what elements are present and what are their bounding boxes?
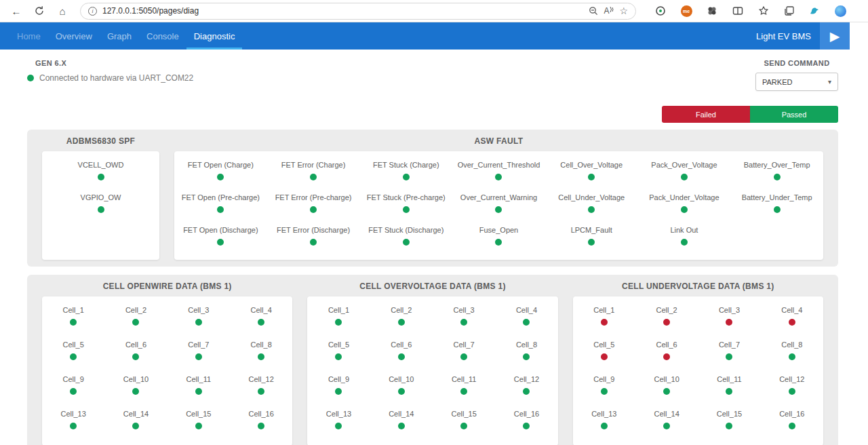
indicator-label: Cell_4 [251, 306, 272, 314]
profile-me-badge[interactable]: me [681, 5, 692, 17]
tab-overview[interactable]: Overview [48, 22, 100, 50]
indicator-label: FET Open (Pre-charge) [182, 193, 260, 201]
passed-dot [217, 206, 224, 213]
refresh-icon[interactable] [30, 2, 49, 20]
status-indicator: Cell_10 [370, 371, 433, 406]
status-indicator: Cell_12 [230, 371, 292, 406]
app-logo[interactable]: ▶ [820, 22, 850, 50]
status-indicator: Cell_5 [307, 336, 370, 371]
passed-dot [217, 174, 224, 180]
passed-dot [70, 353, 77, 360]
passed-dot [258, 423, 264, 429]
tab-console[interactable]: Console [139, 22, 186, 50]
status-indicator: Cell_12 [761, 371, 823, 406]
url-text[interactable]: 127.0.0.1:5050/pages/diag [102, 6, 583, 16]
tab-diagnostic[interactable]: Diagnostic [186, 22, 243, 50]
read-aloud-icon[interactable]: A [604, 6, 614, 16]
indicator-label: Cell_16 [779, 410, 804, 418]
passed-dot [588, 239, 595, 246]
tab-home[interactable]: Home [9, 22, 48, 50]
status-indicator: Cell_3 [433, 302, 495, 336]
status-indicator: Pack_Under_Voltage [638, 189, 731, 222]
status-indicator: Cell_7 [167, 336, 230, 371]
copilot-icon[interactable] [835, 5, 846, 17]
passed-dot [310, 174, 317, 180]
status-indicator: Cell_13 [42, 406, 104, 440]
status-indicator: Cell_11 [698, 371, 760, 406]
indicator-label: FET Stuck (Pre-charge) [367, 193, 446, 201]
zoom-out-icon[interactable] [589, 6, 598, 16]
favorites-icon[interactable] [758, 5, 769, 16]
passed-dot [98, 174, 104, 180]
send-command-block: SEND COMMAND PARKED ▾ [755, 59, 838, 91]
status-indicator: Cell_14 [635, 406, 698, 440]
status-indicator: Over_Current_Threshold [452, 157, 545, 189]
passed-dot [403, 239, 410, 246]
status-indicator: Cell_8 [495, 336, 557, 371]
status-indicator: Cell_3 [167, 302, 230, 336]
passed-dot [588, 206, 595, 213]
status-indicator: Cell_15 [698, 406, 760, 440]
indicator-label: Link Out [670, 226, 698, 234]
status-indicator: FET Open (Charge) [174, 157, 267, 189]
passed-dot [335, 423, 342, 429]
status-indicator: Cell_16 [230, 406, 292, 440]
indicator-label: Cell_7 [454, 341, 475, 349]
passed-dot [403, 174, 410, 180]
spf-section: ADBMS6830 SPF VCELL_OWDVGPIO_OW [42, 136, 159, 260]
tab-graph[interactable]: Graph [100, 22, 139, 50]
passed-dot [70, 319, 77, 326]
status-indicator: Cell_13 [307, 406, 370, 440]
passed-dot [460, 353, 467, 360]
indicator-label: Cell_2 [391, 306, 412, 314]
passed-dot [681, 239, 688, 246]
status-indicator: Cell_2 [370, 302, 433, 336]
indicator-label: Cell_2 [656, 306, 677, 314]
status-indicator: Cell_2 [635, 302, 698, 336]
indicator-label: Fuse_Open [479, 226, 518, 234]
site-info-icon[interactable]: i [88, 7, 97, 16]
indicator-label: Cell_6 [391, 341, 412, 349]
collections-icon[interactable] [784, 5, 795, 16]
passed-dot [523, 423, 530, 429]
indicator-label: Cell_11 [452, 375, 477, 383]
passed-dot [460, 388, 467, 395]
status-indicator: Cell_10 [104, 371, 167, 406]
passed-dot [663, 388, 670, 395]
passed-dot [523, 319, 530, 326]
failed-legend-button[interactable]: Failed [662, 106, 750, 123]
bird-extension-icon[interactable] [809, 5, 820, 16]
status-row: GEN 6.X Connected to hardware via UART_C… [27, 59, 838, 91]
status-indicator: Cell_4 [230, 302, 292, 336]
indicator-label: FET Error (Charge) [281, 161, 346, 169]
status-indicator: Cell_12 [495, 371, 557, 406]
status-indicator: Cell_5 [42, 336, 104, 371]
url-bar[interactable]: i 127.0.0.1:5050/pages/diag A ☆ [80, 3, 636, 20]
browser-essentials-icon[interactable] [655, 5, 666, 16]
status-indicator: FET Stuck (Pre-charge) [359, 189, 452, 222]
overvoltage-section: CELL OVERVOLTAGE DATA (BMS 1) Cell_1Cell… [307, 282, 557, 445]
indicator-label: Cell_8 [251, 341, 272, 349]
spf-title: ADBMS6830 SPF [42, 136, 159, 146]
command-dropdown[interactable]: PARKED ▾ [755, 73, 838, 91]
status-indicator: VGPIO_OW [42, 189, 159, 222]
passed-legend-button[interactable]: Passed [750, 106, 838, 123]
openwire-panel: Cell_1Cell_2Cell_3Cell_4Cell_5Cell_6Cell… [42, 296, 292, 445]
passed-dot [258, 319, 264, 326]
passed-dot [681, 206, 688, 213]
favorites-star-icon[interactable]: ☆ [619, 5, 628, 16]
passed-dot [495, 206, 502, 213]
home-icon[interactable]: ⌂ [53, 2, 72, 20]
split-screen-icon[interactable] [732, 5, 743, 16]
passed-dot [726, 423, 732, 429]
passed-dot [495, 239, 502, 246]
extension-pinwheel-icon[interactable] [707, 5, 717, 16]
back-icon[interactable]: ← [7, 2, 26, 20]
passed-dot [588, 174, 595, 180]
fault-card: ADBMS6830 SPF VCELL_OWDVGPIO_OW ASW FAUL… [27, 130, 838, 267]
status-indicator: Cell_16 [761, 406, 823, 440]
passed-dot [335, 388, 342, 395]
indicator-label: VGPIO_OW [81, 193, 121, 201]
status-indicator: FET Stuck (Discharge) [359, 222, 452, 254]
asw-title: ASW FAULT [174, 136, 823, 146]
